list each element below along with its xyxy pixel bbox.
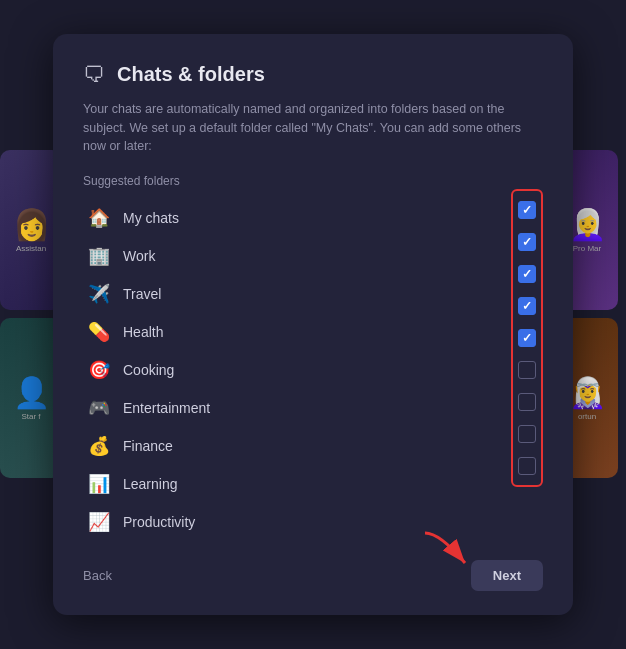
folder-left-entertainment: 🎮 Entertainment <box>87 397 210 419</box>
checkbox-work[interactable] <box>518 233 536 251</box>
folders-list: 🏠 My chats 🏢 Work ✈️ Travel 💊 Health 🎯 C… <box>83 200 543 540</box>
arrow-indicator <box>420 528 475 577</box>
folder-emoji-finance: 💰 <box>87 435 111 457</box>
chats-folders-dialog: 🗨 Chats & folders Your chats are automat… <box>53 34 573 615</box>
checkbox-learning[interactable] <box>518 425 536 443</box>
checkbox-wrapper-work <box>518 227 536 257</box>
folder-left-learning: 📊 Learning <box>87 473 178 495</box>
folder-emoji-health: 💊 <box>87 321 111 343</box>
folder-item-my-chats: 🏠 My chats <box>83 200 543 236</box>
folder-name-work: Work <box>123 248 155 264</box>
folder-item-health: 💊 Health <box>83 314 543 350</box>
folder-emoji-work: 🏢 <box>87 245 111 267</box>
checkbox-my-chats[interactable] <box>518 201 536 219</box>
folder-left-my-chats: 🏠 My chats <box>87 207 179 229</box>
folder-emoji-productivity: 📈 <box>87 511 111 533</box>
suggested-folders-label: Suggested folders <box>83 174 543 188</box>
folder-name-productivity: Productivity <box>123 514 195 530</box>
folder-left-finance: 💰 Finance <box>87 435 173 457</box>
checkbox-travel[interactable] <box>518 265 536 283</box>
folder-left-work: 🏢 Work <box>87 245 155 267</box>
folder-emoji-travel: ✈️ <box>87 283 111 305</box>
folder-item-finance: 💰 Finance <box>83 428 543 464</box>
checkbox-wrapper-finance <box>518 387 536 417</box>
checkbox-cooking[interactable] <box>518 329 536 347</box>
checkbox-wrapper-health <box>518 291 536 321</box>
next-button[interactable]: Next <box>471 560 543 591</box>
folder-left-productivity: 📈 Productivity <box>87 511 195 533</box>
folder-left-travel: ✈️ Travel <box>87 283 161 305</box>
folder-left-cooking: 🎯 Cooking <box>87 359 174 381</box>
checkbox-wrapper-entertainment <box>518 355 536 385</box>
folder-emoji-cooking: 🎯 <box>87 359 111 381</box>
right-bottom-label: ortun <box>578 412 596 421</box>
folder-item-work: 🏢 Work <box>83 238 543 274</box>
folder-name-travel: Travel <box>123 286 161 302</box>
red-arrow-icon <box>420 528 475 573</box>
checkbox-wrapper-cooking <box>518 323 536 353</box>
folder-item-travel: ✈️ Travel <box>83 276 543 312</box>
folder-name-my-chats: My chats <box>123 210 179 226</box>
folder-emoji-learning: 📊 <box>87 473 111 495</box>
back-button[interactable]: Back <box>83 562 112 589</box>
checkbox-wrapper-my-chats <box>518 195 536 225</box>
folder-emoji-my-chats: 🏠 <box>87 207 111 229</box>
checkbox-productivity[interactable] <box>518 457 536 475</box>
dialog-header: 🗨 Chats & folders <box>83 62 543 88</box>
checkbox-health[interactable] <box>518 297 536 315</box>
folder-left-health: 💊 Health <box>87 321 163 343</box>
dialog-description: Your chats are automatically named and o… <box>83 100 543 156</box>
folder-item-entertainment: 🎮 Entertainment <box>83 390 543 426</box>
checkbox-finance[interactable] <box>518 393 536 411</box>
dialog-footer: Back Next <box>83 560 543 591</box>
folder-item-cooking: 🎯 Cooking <box>83 352 543 388</box>
left-bottom-label: Star f <box>21 412 40 421</box>
left-top-label: Assistan <box>16 244 46 253</box>
folder-name-learning: Learning <box>123 476 178 492</box>
checkbox-wrapper-productivity <box>518 451 536 481</box>
checkboxes-column <box>511 189 543 487</box>
folder-name-finance: Finance <box>123 438 173 454</box>
chat-icon: 🗨 <box>83 62 105 88</box>
checkbox-wrapper-travel <box>518 259 536 289</box>
folder-item-learning: 📊 Learning <box>83 466 543 502</box>
folder-emoji-entertainment: 🎮 <box>87 397 111 419</box>
folder-name-health: Health <box>123 324 163 340</box>
folder-name-cooking: Cooking <box>123 362 174 378</box>
dialog-title: Chats & folders <box>117 63 265 86</box>
checkbox-entertainment[interactable] <box>518 361 536 379</box>
folder-name-entertainment: Entertainment <box>123 400 210 416</box>
checkbox-wrapper-learning <box>518 419 536 449</box>
right-top-label: Pro Mar <box>573 244 601 253</box>
